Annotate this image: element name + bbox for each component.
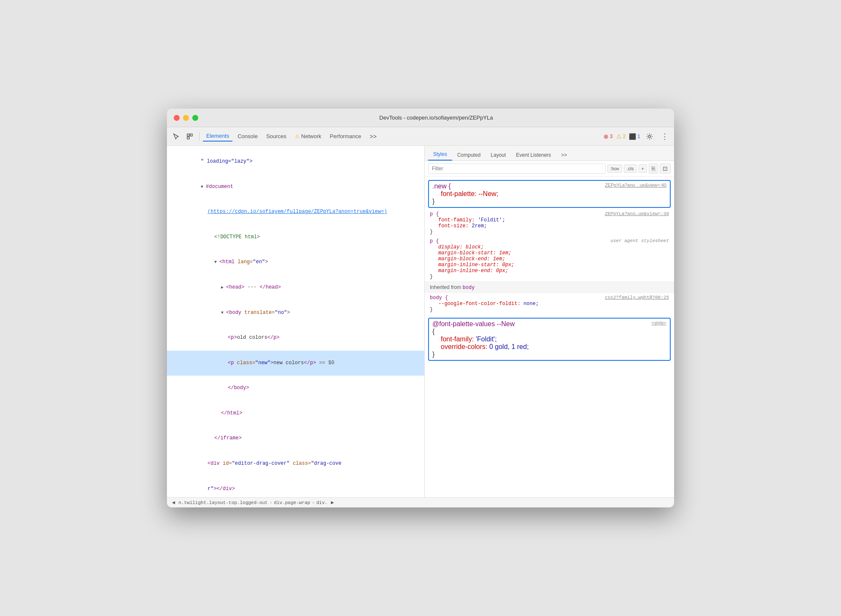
toolbar-right: ⊗ 3 ⚠ 2 ⬛ 1 ⋮ [603, 131, 671, 142]
ua-source: user agent stylesheet [610, 238, 669, 243]
titlebar: DevTools - codepen.io/sofiayem/pen/ZEPpY… [167, 109, 674, 127]
font-palette-open: { [432, 328, 666, 335]
styles-content: .new { ZEPpYLa?ano…ue&view=:40 font-pale… [425, 177, 674, 364]
dom-line[interactable]: </body> [167, 376, 424, 401]
breadcrumb-bar: ◀ n.twilight.layout-top.logged-out › div… [167, 497, 674, 507]
tab-styles[interactable]: Styles [428, 149, 452, 161]
p-selector-ua[interactable]: p { [430, 238, 439, 244]
warning-icon: ⚠ [295, 134, 300, 139]
breadcrumb-forward[interactable]: ▶ [329, 499, 336, 506]
cursor-icon[interactable] [170, 131, 182, 142]
tab-console[interactable]: Console [234, 131, 261, 141]
dom-line[interactable]: </html> [167, 401, 424, 426]
hov-button[interactable]: :hov [607, 164, 622, 173]
new-close: } [432, 198, 666, 205]
devtools-window: DevTools - codepen.io/sofiayem/pen/ZEPpY… [167, 109, 674, 507]
tab-network[interactable]: ⚠ Network [292, 131, 325, 141]
traffic-lights [174, 115, 198, 121]
toggle-style-button[interactable]: ⊡ [660, 164, 671, 174]
add-style-button[interactable]: + [639, 164, 647, 173]
breadcrumb-item-1[interactable]: n.twilight.layout-top.logged-out [178, 500, 268, 505]
ua-close: } [430, 274, 669, 280]
tab-layout[interactable]: Layout [486, 150, 511, 161]
svg-rect-2 [187, 137, 189, 139]
new-rule-header: .new { ZEPpYLa?ano…ue&view=:40 [432, 183, 666, 190]
info-icon: ⬛ [629, 133, 636, 140]
ua-prop-mie: margin-inline-end: 0px; [430, 268, 669, 274]
dom-line[interactable]: <p>old colors</p> [167, 325, 424, 351]
fp-close: } [432, 351, 666, 358]
font-palette-rule-box: @font-palette-values --New <style> { fon… [428, 318, 671, 361]
body-rule-header: body { css2?family…wght@700:25 [430, 295, 669, 301]
p-rule-ua-header: p { user agent stylesheet [430, 238, 669, 244]
toolbar-separator [199, 132, 199, 141]
breadcrumb-back[interactable]: ◀ [170, 499, 177, 506]
tab-performance[interactable]: Performance [326, 131, 364, 141]
error-count[interactable]: ⊗ 3 [603, 133, 613, 140]
minimize-button[interactable] [183, 115, 189, 121]
breadcrumb-item-2[interactable]: div.page-wrap [274, 500, 310, 505]
p-rule-1: p { ZEPpYLa?ano…ue&view=:30 font-family:… [425, 210, 674, 237]
dom-line[interactable]: </iframe> [167, 426, 424, 451]
dom-line[interactable]: ▼ <body translate="no"> [167, 300, 424, 325]
font-palette-source[interactable]: <style> [652, 320, 666, 325]
tab-computed[interactable]: Computed [452, 150, 486, 161]
body-source[interactable]: css2?family…wght@700:25 [605, 295, 669, 300]
body-selector[interactable]: body { [430, 295, 448, 301]
info-count[interactable]: ⬛ 1 [629, 133, 640, 140]
main-area: " loading="lazy"> ▼ #document (https://c… [167, 146, 674, 497]
tab-event-listeners[interactable]: Event Listeners [511, 150, 556, 161]
dom-link-line[interactable]: (https://cdpn.io/sofiayem/fullpage/ZEPpY… [167, 199, 424, 225]
dom-line[interactable]: <!DOCTYPE html> [167, 225, 424, 250]
warning-count[interactable]: ⚠ 2 [616, 133, 626, 140]
new-rule-box: .new { ZEPpYLa?ano…ue&view=:40 font-pale… [428, 180, 671, 208]
p-source-1[interactable]: ZEPpYLa?ano…ue&view=:30 [605, 211, 669, 216]
settings-icon[interactable] [644, 131, 655, 142]
ua-prop-mis: margin-inline-start: 0px; [430, 262, 669, 268]
p-prop-size: font-size: 2rem; [430, 223, 669, 229]
cls-button[interactable]: .cls [624, 164, 637, 173]
dom-line[interactable]: r"></div> [167, 476, 424, 497]
tab-more-styles[interactable]: >> [556, 150, 572, 161]
new-source[interactable]: ZEPpYLa?ano…ue&view=:40 [605, 183, 666, 188]
svg-rect-1 [190, 134, 192, 136]
dom-line[interactable]: " loading="lazy"> [167, 149, 424, 174]
fp-prop-family: font-family: 'Foldit'; [432, 335, 666, 343]
styles-tabs: Styles Computed Layout Event Listeners >… [425, 146, 674, 161]
breadcrumb-item-3[interactable]: div. [317, 500, 328, 505]
dom-line-selected[interactable]: <p class="new">new colors</p> == $0 [167, 351, 424, 376]
window-title: DevTools - codepen.io/sofiayem/pen/ZEPpY… [205, 114, 667, 121]
dom-line[interactable]: ▶ <head> ··· </head> [167, 275, 424, 300]
more-tabs-button[interactable]: >> [366, 131, 380, 142]
inherited-tag: body [462, 285, 475, 291]
body-close: } [430, 307, 669, 313]
more-options-icon[interactable]: ⋮ [659, 131, 671, 142]
p-prop-family: font-family: 'Foldit'; [430, 217, 669, 223]
dom-line[interactable]: <div id="editor-drag-cover" class="drag-… [167, 451, 424, 477]
filter-input[interactable] [428, 164, 606, 174]
copy-style-button[interactable]: ⎘ [649, 164, 658, 174]
p-selector-1[interactable]: p { [430, 211, 439, 217]
dom-line[interactable]: ▼ #document [167, 174, 424, 200]
ua-prop-mbs: margin-block-start: 1em; [430, 250, 669, 256]
filter-bar: :hov .cls + ⎘ ⊡ [425, 161, 674, 177]
svg-point-3 [649, 135, 651, 137]
error-icon: ⊗ [603, 133, 609, 140]
dom-line[interactable]: ▼ <html lang="en"> [167, 250, 424, 275]
ua-prop-mbe: margin-block-end: 1em; [430, 256, 669, 262]
new-prop: font-palette: --New; [432, 190, 666, 198]
ua-prop-display: display: block; [430, 244, 669, 250]
font-palette-header: @font-palette-values --New <style> [432, 320, 666, 328]
maximize-button[interactable] [192, 115, 198, 121]
inspect-icon[interactable] [184, 131, 196, 142]
p-rule-1-header: p { ZEPpYLa?ano…ue&view=:30 [430, 211, 669, 217]
svg-rect-0 [187, 134, 189, 136]
body-rule: body { css2?family…wght@700:25 --google-… [425, 293, 674, 314]
tab-sources[interactable]: Sources [263, 131, 290, 141]
warning-triangle-icon: ⚠ [616, 133, 622, 140]
close-button[interactable] [174, 115, 180, 121]
font-palette-at-rule[interactable]: @font-palette-values --New [432, 320, 515, 328]
p-rule-ua: p { user agent stylesheet display: block… [425, 237, 674, 281]
new-selector[interactable]: .new { [432, 183, 451, 190]
tab-elements[interactable]: Elements [203, 131, 232, 142]
